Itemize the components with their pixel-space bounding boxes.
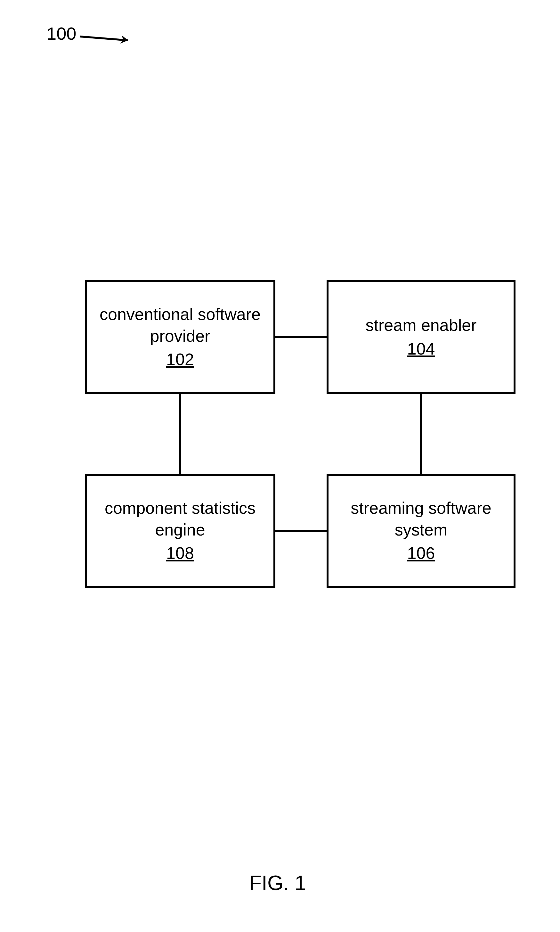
box-number: 104: [407, 338, 435, 360]
box-label-line1: component statistics: [105, 498, 255, 519]
connector-bl-br: [275, 530, 326, 532]
box-label-line1: conventional software: [100, 303, 261, 325]
box-label-line1: stream enabler: [366, 314, 477, 336]
box-conventional-software-provider: conventional software provider 102: [85, 280, 275, 394]
box-number: 106: [407, 542, 435, 564]
box-number: 102: [166, 349, 194, 371]
box-stream-enabler: stream enabler 104: [326, 280, 515, 394]
figure-caption: FIG. 1: [249, 871, 306, 895]
box-label-line2: provider: [150, 325, 210, 347]
connector-tr-br: [420, 394, 422, 474]
svg-line-0: [80, 37, 128, 40]
box-streaming-software-system: streaming software system 106: [326, 474, 515, 588]
box-number: 108: [166, 542, 194, 564]
connector-tl-bl: [179, 394, 181, 474]
box-label-line1: streaming software: [351, 498, 491, 519]
connector-tl-tr: [275, 336, 326, 338]
reference-label: 100: [46, 23, 76, 44]
diagram-canvas: 100 conventional software provider 102 s…: [0, 0, 560, 932]
box-label-line2: system: [395, 519, 448, 541]
box-component-statistics-engine: component statistics engine 108: [85, 474, 275, 588]
reference-arrow-icon: [78, 27, 143, 46]
box-label-line2: engine: [155, 519, 205, 541]
